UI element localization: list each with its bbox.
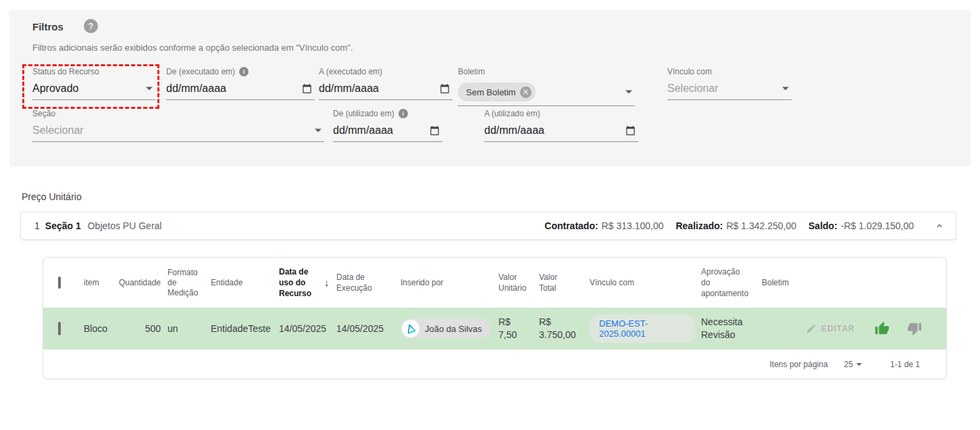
items-per-page-label: Itens por página (770, 360, 828, 369)
user-name: João da Silvas (425, 324, 482, 334)
select-all-checkbox[interactable] (58, 277, 61, 289)
avatar (402, 320, 419, 337)
cell-formato: un (167, 323, 211, 334)
total-label: Realizado: (675, 220, 723, 231)
filter-boletim[interactable]: Boletim Sem Boletim ✕ (458, 67, 635, 106)
page-range: 1-1 de 1 (890, 360, 920, 369)
filters-title: Filtros (32, 21, 63, 32)
page: Filtros ? Filtros adicionais serão exibi… (0, 0, 980, 430)
chevron-up-icon (934, 220, 945, 231)
field-label: A (executado em) (319, 67, 382, 76)
date-value: dd/mm/aaaa (333, 124, 393, 137)
col-aprovacao-do-apontamento: Aprovação do apontamento (701, 266, 762, 300)
filter-a-executado-em[interactable]: A (executado em) dd/mm/aaaa (319, 67, 453, 100)
pagination-bar: Itens por página 25 1-1 de 1 (43, 350, 946, 379)
thumb-up-icon[interactable] (875, 321, 889, 336)
cell-quantidade: 500 (116, 323, 167, 334)
total-value: R$ 313.100,00 (602, 220, 664, 231)
col-quantidade: Quantidade (116, 278, 167, 288)
page-size-value: 25 (844, 360, 853, 369)
filter-vinculo-com[interactable]: Vínculo com Selecionar (667, 67, 792, 100)
field-label: Seção (32, 109, 55, 118)
chevron-down-icon (625, 91, 632, 94)
cell-entidade: EntidadeTeste (211, 323, 279, 334)
col-label: Valor Unitário (498, 272, 534, 293)
total-saldo: Saldo: -R$ 1.029.150,00 (808, 220, 914, 231)
editar-label: EDITAR (821, 324, 855, 333)
row-checkbox[interactable] (58, 322, 61, 335)
filter-de-executado-em[interactable]: De (executado em) i dd/mm/aaaa (166, 67, 315, 100)
col-label: Data de Execução (336, 272, 378, 293)
col-valor-unitario: Valor Unitário (498, 272, 539, 293)
filters-panel: Filtros ? Filtros adicionais serão exibi… (9, 10, 971, 166)
inserted-by-chip[interactable]: João da Silvas (401, 318, 490, 339)
info-icon: i (239, 67, 249, 76)
highlight-box (22, 64, 159, 109)
filter-de-utilizado-em[interactable]: De (utilizado em) i dd/mm/aaaa (333, 109, 442, 142)
total-realizado: Realizado: R$ 1.342.250,00 (675, 220, 796, 231)
close-icon[interactable]: ✕ (520, 87, 532, 98)
total-value: R$ 1.342.250,00 (726, 220, 796, 231)
col-data-de-execucao: Data de Execução (336, 272, 401, 293)
col-label: Aprovação do apontamento (701, 266, 750, 300)
filter-secao[interactable]: Seção Selecionar (32, 109, 324, 142)
filter-a-utilizado-em[interactable]: A (utilizado em) dd/mm/aaaa (484, 109, 638, 142)
col-label: Valor Total (539, 272, 570, 293)
col-inserido-por: Inserido por (401, 278, 498, 288)
calendar-icon[interactable] (430, 125, 440, 136)
field-label: Boletim (458, 67, 485, 76)
page-size-select[interactable]: 25 (844, 360, 862, 369)
total-label: Contratado: (544, 220, 598, 231)
chevron-down-icon (782, 87, 789, 91)
calendar-icon[interactable] (302, 83, 312, 94)
pencil-icon (806, 323, 817, 334)
chip-label: Sem Boletim (466, 87, 516, 97)
date-value: dd/mm/aaaa (484, 124, 544, 137)
col-data-de-uso-do-recurso[interactable]: Data de uso do Recurso ↓ (279, 266, 336, 300)
table-header-row: item Quantidade Formato de Medição Entid… (43, 258, 946, 308)
editar-button[interactable]: EDITAR (806, 323, 869, 334)
cell-valor-total: R$ 3.750,00 (539, 316, 581, 341)
resources-table: item Quantidade Formato de Medição Entid… (43, 257, 947, 379)
section-description: Objetos PU Geral (88, 220, 162, 231)
col-entidade: Entidade (211, 278, 279, 288)
thumb-down-icon[interactable] (907, 321, 922, 336)
field-label: A (utilizado em) (484, 109, 540, 118)
cell-item: Bloco (84, 323, 116, 334)
field-label: De (executado em) (166, 67, 235, 76)
cell-data-uso: 14/05/2025 (279, 323, 336, 334)
calendar-icon[interactable] (625, 125, 636, 136)
section-index: 1 (34, 220, 40, 231)
field-label: De (utilizado em) (333, 109, 394, 118)
field-label: Vínculo com (667, 67, 712, 76)
calendar-icon[interactable] (440, 83, 450, 94)
col-label: Data de uso do Recurso (279, 266, 321, 300)
date-value: dd/mm/aaaa (319, 82, 379, 95)
date-value: dd/mm/aaaa (166, 82, 226, 95)
info-icon: i (398, 109, 408, 118)
help-icon[interactable]: ? (84, 19, 98, 33)
cell-data-execucao: 14/05/2025 (336, 323, 401, 334)
list-title: Preço Unitário (22, 191, 82, 202)
sort-desc-icon[interactable]: ↓ (324, 277, 330, 289)
placeholder-value: Selecionar (32, 124, 84, 137)
cell-valor-unitario: R$ 7,50 (498, 316, 530, 341)
total-value: -R$ 1.029.150,00 (841, 220, 914, 231)
col-formato-de-medicao: Formato de Medição (167, 268, 211, 298)
chevron-down-icon (856, 363, 862, 366)
collapse-section-button[interactable] (934, 220, 945, 231)
total-label: Saldo: (808, 220, 837, 231)
filters-subtitle: Filtros adicionais serão exibidos confor… (32, 43, 353, 53)
placeholder-value: Selecionar (667, 82, 719, 95)
section-header-card[interactable]: 1 Seção 1 Objetos PU Geral Contratado: R… (20, 212, 956, 240)
col-valor-total: Valor Total (539, 272, 590, 293)
total-contratado: Contratado: R$ 313.100,00 (544, 220, 663, 231)
col-item: item (84, 278, 116, 288)
col-boletim: Boletim (762, 278, 806, 288)
col-vinculo-com: Vínculo com (590, 278, 701, 288)
section-name: Seção 1 (45, 220, 81, 231)
logo-triangle-icon (405, 323, 416, 334)
cell-aprovacao: Necessita Revisão (701, 316, 750, 341)
vinculo-link-chip[interactable]: DEMO-EST-2025.00001 (590, 314, 696, 343)
boletim-chip[interactable]: Sem Boletim ✕ (458, 82, 536, 101)
